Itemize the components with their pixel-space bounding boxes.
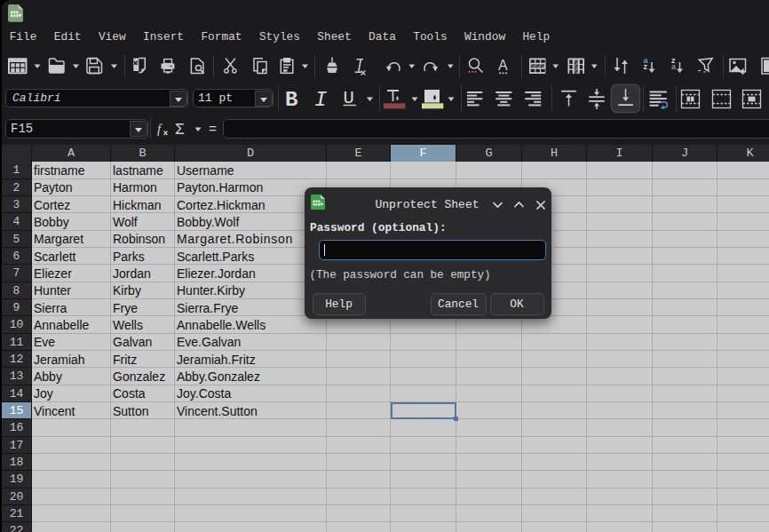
svg-text:A: A (498, 58, 508, 73)
svg-text:a: a (671, 62, 677, 71)
svg-text:Σ: Σ (175, 121, 185, 139)
svg-text:B: B (285, 88, 297, 112)
svg-text:f: f (157, 122, 163, 136)
svg-text:z: z (644, 62, 648, 71)
svg-text:=: = (209, 123, 217, 138)
svg-text:I: I (314, 88, 327, 112)
